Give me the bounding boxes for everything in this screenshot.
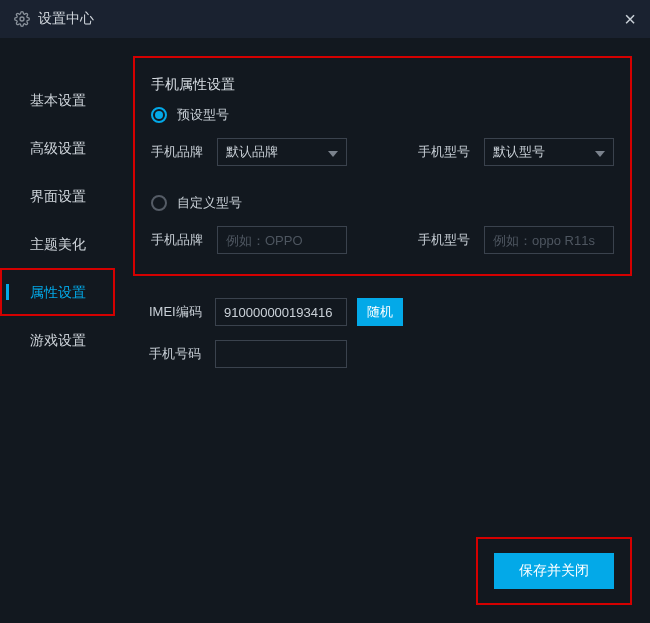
content-panel: 手机属性设置 预设型号 手机品牌 默认品牌 手机型号 默认型号 xyxy=(115,38,650,623)
imei-label: IMEI编码 xyxy=(149,303,205,321)
preset-model-label: 手机型号 xyxy=(418,143,474,161)
chevron-down-icon xyxy=(595,145,605,160)
sidebar: 基本设置 高级设置 界面设置 主题美化 属性设置 游戏设置 xyxy=(0,38,115,623)
custom-radio-row[interactable]: 自定义型号 xyxy=(151,194,614,212)
preset-radio-label: 预设型号 xyxy=(177,106,229,124)
custom-model-label: 手机型号 xyxy=(418,231,474,249)
radio-unselected-icon[interactable] xyxy=(151,195,167,211)
random-button[interactable]: 随机 xyxy=(357,298,403,326)
custom-model-input[interactable] xyxy=(484,226,614,254)
phone-label: 手机号码 xyxy=(149,345,205,363)
chevron-down-icon xyxy=(328,145,338,160)
sidebar-item-theme[interactable]: 主题美化 xyxy=(0,220,115,268)
custom-radio-label: 自定义型号 xyxy=(177,194,242,212)
sidebar-item-interface[interactable]: 界面设置 xyxy=(0,172,115,220)
custom-brand-label: 手机品牌 xyxy=(151,231,207,249)
sidebar-item-advanced[interactable]: 高级设置 xyxy=(0,124,115,172)
radio-selected-icon[interactable] xyxy=(151,107,167,123)
sidebar-item-properties[interactable]: 属性设置 xyxy=(0,268,115,316)
window-title: 设置中心 xyxy=(38,10,94,28)
sidebar-item-basic[interactable]: 基本设置 xyxy=(0,76,115,124)
custom-brand-input[interactable] xyxy=(217,226,347,254)
phone-input[interactable] xyxy=(215,340,347,368)
preset-radio-row[interactable]: 预设型号 xyxy=(151,106,614,124)
preset-brand-value: 默认品牌 xyxy=(226,143,278,161)
preset-brand-label: 手机品牌 xyxy=(151,143,207,161)
save-close-button[interactable]: 保存并关闭 xyxy=(494,553,614,589)
save-highlight-box: 保存并关闭 xyxy=(476,537,632,605)
phone-properties-box: 手机属性设置 预设型号 手机品牌 默认品牌 手机型号 默认型号 xyxy=(133,56,632,276)
preset-model-select[interactable]: 默认型号 xyxy=(484,138,614,166)
svg-point-0 xyxy=(20,17,24,21)
active-indicator xyxy=(6,284,9,300)
imei-input[interactable] xyxy=(215,298,347,326)
preset-model-value: 默认型号 xyxy=(493,143,545,161)
titlebar: 设置中心 × xyxy=(0,0,650,38)
gear-icon xyxy=(14,11,30,27)
preset-brand-select[interactable]: 默认品牌 xyxy=(217,138,347,166)
close-icon[interactable]: × xyxy=(624,8,636,31)
section-title: 手机属性设置 xyxy=(151,76,614,94)
sidebar-item-game[interactable]: 游戏设置 xyxy=(0,316,115,364)
